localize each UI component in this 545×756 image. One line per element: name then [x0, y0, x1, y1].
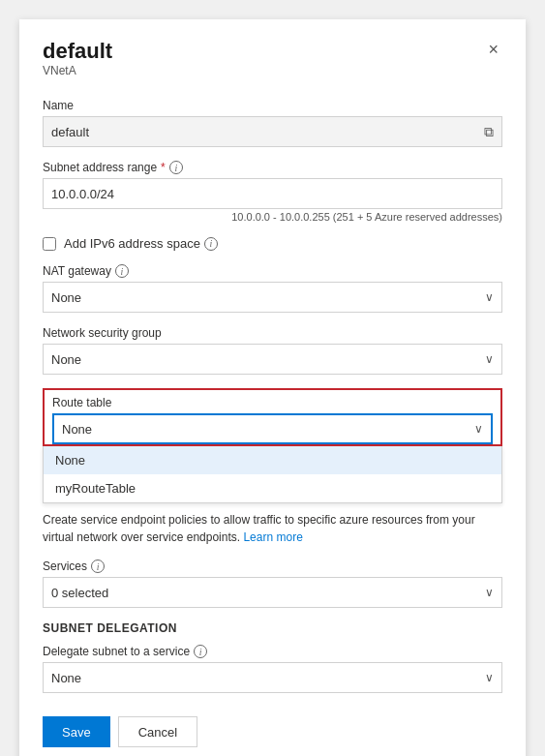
learn-more-link[interactable]: Learn more	[243, 530, 302, 544]
ipv6-field-group: Add IPv6 address space i	[43, 236, 502, 251]
nat-gateway-chevron-icon: ∨	[485, 290, 494, 304]
route-table-dropdown[interactable]: None ∨	[52, 413, 493, 444]
ipv6-checkbox[interactable]	[43, 237, 56, 251]
services-value: 0 selected	[51, 586, 108, 600]
services-dropdown[interactable]: 0 selected ∨	[43, 577, 502, 608]
services-chevron-icon: ∨	[485, 586, 494, 599]
nat-gateway-field-group: NAT gateway i None ∨	[43, 264, 502, 313]
ipv6-info-icon[interactable]: i	[204, 237, 218, 251]
nsg-value: None	[51, 352, 81, 367]
nat-gateway-info-icon[interactable]: i	[115, 264, 129, 278]
address-hint: 10.0.0.0 - 10.0.0.255 (251 + 5 Azure res…	[43, 211, 502, 223]
route-table-option-none[interactable]: None	[44, 446, 501, 474]
route-table-chevron-icon: ∨	[474, 422, 483, 436]
route-table-label: Route table	[52, 396, 493, 409]
close-button[interactable]: ×	[484, 39, 502, 60]
nsg-chevron-icon: ∨	[485, 352, 494, 366]
delegate-subnet-dropdown[interactable]: None ∨	[43, 662, 502, 693]
name-value: default	[51, 125, 89, 139]
subnet-address-field-group: Subnet address range * i 10.0.0.0/24 10.…	[43, 161, 502, 223]
service-endpoint-text: Create service endpoint policies to allo…	[43, 511, 502, 546]
save-button[interactable]: Save	[43, 716, 110, 747]
nsg-field-group: Network security group None ∨	[43, 326, 502, 375]
subnet-address-input[interactable]: 10.0.0.0/24	[43, 178, 502, 209]
route-table-options: None myRouteTable	[43, 446, 502, 503]
nsg-label: Network security group	[43, 326, 502, 340]
edit-subnet-panel: default VNetA × Name default ⧉ Subnet ad…	[19, 19, 526, 756]
delegate-subnet-chevron-icon: ∨	[485, 671, 494, 684]
name-input: default ⧉	[43, 116, 502, 147]
nsg-dropdown[interactable]: None ∨	[43, 344, 502, 375]
ipv6-label: Add IPv6 address space i	[64, 236, 218, 251]
services-info-icon[interactable]: i	[91, 559, 105, 573]
panel-title-group: default VNetA	[43, 39, 112, 95]
subnet-address-label: Subnet address range * i	[43, 161, 502, 174]
panel-header: default VNetA ×	[43, 39, 502, 95]
route-table-section: Route table None ∨	[43, 388, 502, 446]
cancel-button[interactable]: Cancel	[118, 716, 197, 747]
subnet-address-info-icon[interactable]: i	[169, 161, 183, 174]
footer-buttons: Save Cancel	[43, 716, 502, 747]
nat-gateway-dropdown[interactable]: None ∨	[43, 282, 502, 313]
services-field-group: Services i 0 selected ∨	[43, 559, 502, 608]
panel-subtitle: VNetA	[43, 64, 112, 77]
name-field-group: Name default ⧉	[43, 99, 502, 147]
ipv6-checkbox-row: Add IPv6 address space i	[43, 236, 502, 251]
route-table-value: None	[62, 422, 92, 437]
nat-gateway-label: NAT gateway i	[43, 264, 502, 278]
panel-title: default	[43, 39, 112, 64]
delegate-subnet-field-group: Delegate subnet to a service i None ∨	[43, 645, 502, 693]
services-label: Services i	[43, 559, 502, 573]
subnet-delegation-heading: SUBNET DELEGATION	[43, 621, 502, 635]
delegate-subnet-label: Delegate subnet to a service i	[43, 645, 502, 658]
subnet-address-value: 10.0.0.0/24	[51, 187, 114, 201]
delegate-subnet-value: None	[51, 671, 81, 685]
route-table-option-myroutetable[interactable]: myRouteTable	[44, 474, 501, 502]
name-label: Name	[43, 99, 502, 112]
delegate-subnet-info-icon[interactable]: i	[194, 645, 207, 658]
required-indicator: *	[161, 161, 166, 174]
copy-icon[interactable]: ⧉	[484, 124, 494, 140]
nat-gateway-value: None	[51, 290, 81, 305]
